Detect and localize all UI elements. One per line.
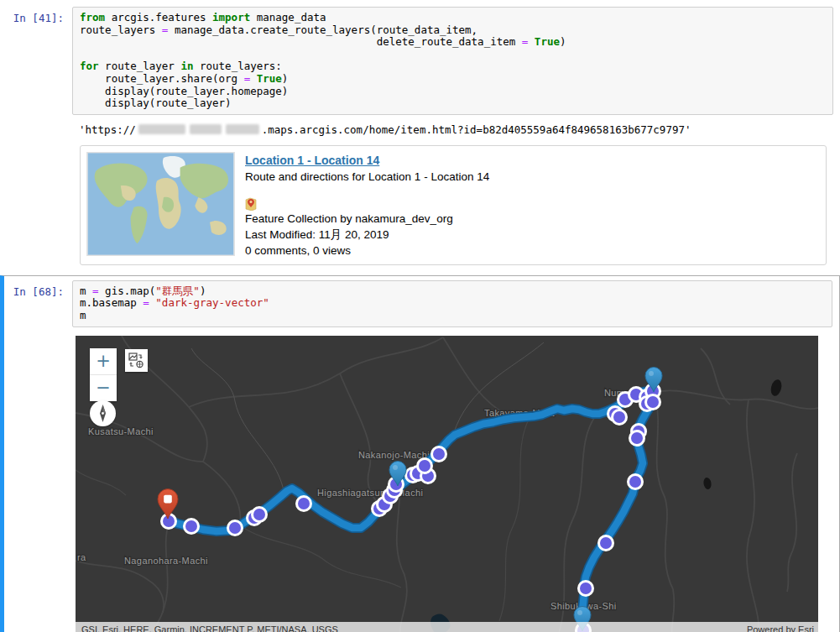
redacted-text (138, 124, 259, 137)
cell-41-input-row: In [41]: from arcgis.features import man… (0, 7, 840, 115)
code-line: route_layer.share(org = True) (80, 73, 826, 86)
route-stop-marker[interactable] (430, 446, 447, 462)
item-stats-line: 0 comments, 0 views (245, 243, 489, 259)
code-line: display(route_layer) (80, 97, 826, 110)
route-stop-marker[interactable] (629, 430, 645, 447)
basemap-svg: Kusatsu-MachiNakanojo-MachiTakayama-Mura… (76, 336, 818, 632)
map-place-label: Nakanojo-Machi (358, 450, 430, 460)
item-snippet: Route and directions for Location 1 - Lo… (245, 169, 489, 185)
code-line: route_layers = manage_data.create_route_… (80, 24, 826, 37)
item-thumbnail-world-map (86, 152, 235, 256)
attribution-sources: GSI, Esri, HERE, Garmin, INCREMENT P, ME… (81, 624, 338, 632)
route-stop-marker[interactable] (295, 495, 312, 512)
input-prompt-41: In [41]: (0, 7, 72, 115)
input-prompt-68: In [68]: (4, 280, 72, 327)
map-attribution-bar: GSI, Esri, HERE, Garmin, INCREMENT P, ME… (76, 622, 818, 632)
cell-68-input-row: In [68]: m = gis.map("群馬県")m.basemap = "… (4, 280, 839, 327)
route-stop-marker[interactable] (416, 457, 433, 474)
code-line: m (80, 310, 825, 322)
code-cell-68[interactable]: In [68]: m = gis.map("群馬県")m.basemap = "… (0, 275, 840, 632)
code-cell-41: In [41]: from arcgis.features import man… (0, 7, 840, 265)
code-line: m = gis.map("群馬県") (80, 285, 825, 298)
screenshot-toggle-icon (128, 353, 144, 368)
map-widget[interactable]: Kusatsu-MachiNakanojo-MachiTakayama-Mura… (76, 336, 818, 632)
route-stop-marker[interactable] (627, 473, 644, 490)
feature-collection-icon (245, 196, 257, 211)
code-editor-68[interactable]: m = gis.map("群馬県")m.basemap = "dark-gray… (72, 280, 832, 327)
url-prefix: 'https:// (79, 123, 136, 136)
item-type-line: Feature Collection by nakamura_dev_org (245, 211, 489, 227)
map-place-label: Higashiagatsuma-Machi (317, 488, 423, 498)
zoom-out-button[interactable]: − (90, 375, 117, 401)
code-line: from arcgis.features import manage_data (80, 12, 826, 24)
route-stop-marker[interactable] (611, 409, 628, 426)
widget-mode-toggle-button[interactable] (125, 349, 148, 372)
item-title-link[interactable]: Location 1 - Location 14 (245, 154, 379, 167)
zoom-control: + − (90, 348, 117, 401)
powered-by-esri: Powered by Esri (747, 624, 814, 632)
url-suffix: .maps.arcgis.com/home/item.html?id=b82d4… (262, 123, 691, 136)
code-line (80, 49, 826, 61)
route-stop-marker[interactable] (227, 520, 243, 536)
route-stop-marker[interactable] (183, 518, 200, 535)
map-place-label: ra (77, 552, 86, 562)
code-line: display(route_layer.homepage) (80, 86, 826, 98)
map-place-label: Naganohara-Machi (124, 556, 208, 566)
item-card-text: Location 1 - Location 14 Route and direc… (245, 152, 489, 259)
url-output: 'https://.maps.arcgis.com/home/item.html… (79, 123, 840, 137)
compass-needle-icon (96, 404, 110, 423)
map-place-label: Kusatsu-Machi (88, 426, 154, 436)
route-stop-marker[interactable] (251, 506, 268, 523)
route-stop-marker[interactable] (577, 580, 594, 597)
item-modified-line: Last Modified: 11月 20, 2019 (245, 227, 489, 243)
code-line: for route_layer in route_layers: (80, 60, 826, 73)
arcgis-item-card: Location 1 - Location 14 Route and direc… (80, 145, 827, 265)
route-stop-marker[interactable] (597, 535, 614, 551)
code-line: delete_route_data_item = True) (80, 36, 826, 49)
code-editor-41[interactable]: from arcgis.features import manage_datar… (72, 7, 833, 115)
zoom-in-button[interactable]: + (90, 348, 117, 374)
code-line: m.basemap = "dark-gray-vector" (80, 297, 825, 310)
compass-button[interactable] (90, 400, 116, 426)
route-stop-marker[interactable] (644, 394, 661, 410)
